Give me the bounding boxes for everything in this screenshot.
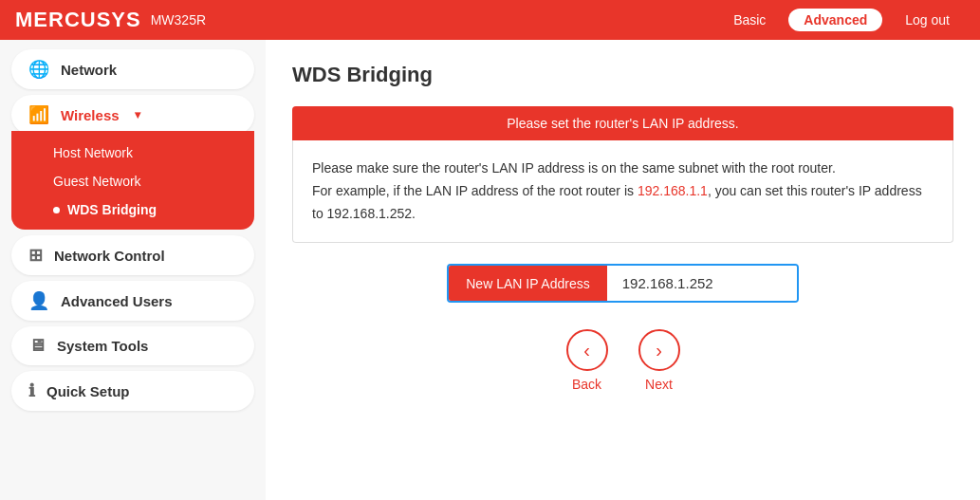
sidebar-item-advanced-users-label: Advanced Users [61, 293, 173, 309]
system-icon: 🖥 [28, 336, 46, 356]
nav-buttons: ‹ Back › Next [292, 329, 953, 392]
description-line2-ip: 192.168.1.1 [638, 183, 708, 198]
user-icon: 👤 [28, 290, 49, 311]
info-box: Please make sure the router's LAN IP add… [292, 140, 953, 243]
logo-model: MW325R [151, 12, 206, 28]
header-nav: Basic Advanced Log out [718, 9, 965, 31]
logo-mercusys: MERCUSYS [15, 8, 141, 32]
sidebar-item-wds-bridging-label: WDS Bridging [67, 202, 157, 217]
next-circle: › [638, 329, 680, 371]
back-button[interactable]: ‹ Back [566, 329, 608, 392]
description-line2-suffix: , you can set this router's IP address [708, 183, 922, 198]
nav-basic[interactable]: Basic [718, 9, 781, 31]
sidebar-item-guest-network-label: Guest Network [53, 174, 141, 189]
ip-input-wrapper: New LAN IP Address [447, 264, 798, 303]
sidebar-item-system-tools[interactable]: 🖥 System Tools [11, 326, 254, 365]
sidebar-item-host-network-label: Host Network [53, 145, 133, 160]
sidebar-item-network-control-label: Network Control [54, 248, 165, 264]
ip-section: New LAN IP Address [292, 264, 953, 303]
sliders-icon: ⊞ [28, 245, 43, 266]
globe-icon: 🌐 [28, 59, 49, 80]
page-title: WDS Bridging [292, 63, 953, 87]
description-line2-prefix: For example, if the LAN IP address of th… [312, 183, 638, 198]
active-dot-icon [53, 207, 60, 213]
wireless-submenu: Host Network Guest Network WDS Bridging [11, 131, 254, 230]
sidebar: 🌐 Network 📶 Wireless ▾ Host Network Gues… [0, 40, 266, 500]
sidebar-item-network-label: Network [61, 62, 117, 78]
chevron-down-icon: ▾ [135, 108, 140, 121]
back-label: Back [572, 377, 601, 392]
wifi-icon: 📶 [28, 104, 49, 125]
main-layout: 🌐 Network 📶 Wireless ▾ Host Network Gues… [0, 40, 980, 500]
sidebar-item-system-tools-label: System Tools [57, 338, 148, 354]
description-line2: For example, if the LAN IP address of th… [312, 180, 934, 203]
sidebar-item-network-control[interactable]: ⊞ Network Control [11, 235, 254, 275]
ip-label: New LAN IP Address [449, 266, 606, 301]
sidebar-item-host-network[interactable]: Host Network [11, 139, 254, 167]
sidebar-item-wds-bridging[interactable]: WDS Bridging [11, 195, 254, 224]
content-area: WDS Bridging Please set the router's LAN… [266, 40, 980, 500]
sidebar-item-wireless[interactable]: 📶 Wireless ▾ [11, 95, 254, 135]
next-button[interactable]: › Next [638, 329, 680, 392]
sidebar-item-quick-setup-label: Quick Setup [46, 383, 130, 399]
sidebar-item-wireless-label: Wireless [61, 107, 120, 123]
ip-input[interactable] [607, 266, 797, 301]
description-line3: to 192.168.1.252. [312, 203, 934, 226]
sidebar-item-guest-network[interactable]: Guest Network [11, 167, 254, 195]
sidebar-wireless-group: 📶 Wireless ▾ Host Network Guest Network … [11, 95, 254, 230]
nav-advanced[interactable]: Advanced [788, 9, 882, 31]
sidebar-item-advanced-users[interactable]: 👤 Advanced Users [11, 281, 254, 321]
next-label: Next [645, 377, 673, 392]
info-icon: ℹ [28, 380, 35, 401]
alert-bar: Please set the router's LAN IP address. [292, 106, 953, 140]
info-panel: Please set the router's LAN IP address. … [292, 106, 953, 243]
nav-logout[interactable]: Log out [890, 9, 965, 31]
description-line1: Please make sure the router's LAN IP add… [312, 157, 934, 180]
header: MERCUSYS MW325R Basic Advanced Log out [0, 0, 980, 40]
sidebar-item-network[interactable]: 🌐 Network [11, 49, 254, 89]
sidebar-item-quick-setup[interactable]: ℹ Quick Setup [11, 371, 254, 411]
back-circle: ‹ [566, 329, 608, 371]
